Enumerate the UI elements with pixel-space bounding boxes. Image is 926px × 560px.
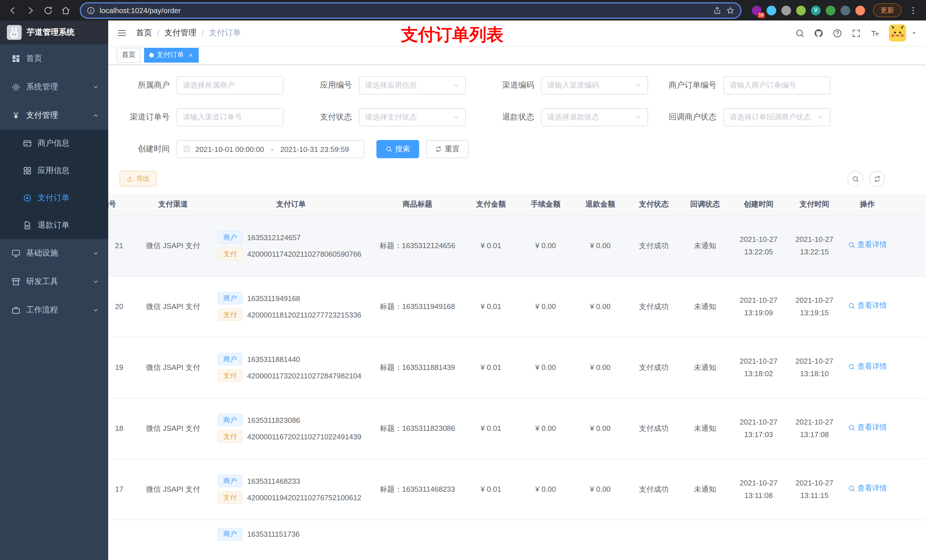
browser-reload-button[interactable] <box>40 2 56 18</box>
sidebar-item-refund-order[interactable]: 退款订单 <box>0 212 108 239</box>
cell-channel: 微信 JSAPI 支付 <box>136 276 211 337</box>
create-time-range-picker[interactable]: 2021-10-01 00:00:00 - 2021-10-31 23:59:5… <box>177 140 365 158</box>
filter-channel-order-no-input[interactable]: 请输入渠道订单号 <box>177 108 284 126</box>
refresh-table-button[interactable] <box>869 171 885 187</box>
merchant-tag: 商户 <box>218 528 243 540</box>
sidebar-item-label: 工作流程 <box>26 305 58 315</box>
user-avatar[interactable] <box>889 24 906 42</box>
github-icon[interactable] <box>814 28 823 38</box>
filter-merchant-order-no-input[interactable]: 请输入商户订单编号 <box>723 76 830 95</box>
chevron-down-icon <box>635 82 642 89</box>
export-button[interactable]: 导出 <box>120 171 157 187</box>
extension-chat-icon[interactable] <box>826 5 835 15</box>
header-search-icon[interactable] <box>795 28 805 38</box>
chevron-up-icon <box>92 112 99 119</box>
sidebar-item-home[interactable]: 首页 <box>0 44 108 73</box>
sidebar-item-merchant-info[interactable]: 商户信息 <box>0 130 108 157</box>
cell-notify-status: 未通知 <box>680 215 730 276</box>
breadcrumb-home[interactable]: 首页 <box>136 28 152 38</box>
breadcrumb-separator: / <box>157 29 159 38</box>
extension-dark-icon[interactable] <box>841 5 850 15</box>
breadcrumb-pay-manage[interactable]: 支付管理 <box>165 28 197 38</box>
sidebar-item-system[interactable]: 系统管理 <box>0 73 108 101</box>
font-size-icon[interactable] <box>870 28 880 38</box>
table-row[interactable]: 21微信 JSAPI 支付商户1635312124657支付4200001174… <box>108 215 926 276</box>
view-detail-link[interactable]: 查看详情 <box>848 421 887 434</box>
browser-menu-button[interactable] <box>905 2 921 18</box>
filter-app-no-select[interactable]: 请选择应用信息 <box>359 76 466 95</box>
share-icon[interactable] <box>713 6 722 15</box>
browser-home-button[interactable] <box>57 2 74 18</box>
help-icon[interactable] <box>832 28 842 38</box>
cell-refund: ¥ 0.00 <box>573 459 628 519</box>
app-logo[interactable]: 芋道管理系统 <box>0 21 108 44</box>
placeholder-text: 请选择支付状态 <box>365 112 451 122</box>
app-shell: 芋道管理系统 首页系统管理支付管理商户信息应用信息支付订单退款订单基础设施研发工… <box>0 21 926 560</box>
orders-table: 编号支付渠道支付订单商品标题支付金额手续金额退款金额支付状态回调状态创建时间支付… <box>108 193 926 560</box>
sidebar-item-app-info[interactable]: 应用信息 <box>0 157 108 184</box>
extension-gray-icon[interactable] <box>781 5 791 15</box>
tab-pay-order[interactable]: 支付订单 <box>144 48 199 62</box>
filter-field-channel-order-no: 渠道订单号请输入渠道订单号 <box>108 108 291 126</box>
table-row[interactable]: 18微信 JSAPI 支付商户1635311823086支付4200001167… <box>108 398 926 459</box>
cell-number: 19 <box>108 337 136 398</box>
view-detail-link[interactable]: 查看详情 <box>848 482 887 495</box>
extension-orange-face-icon[interactable] <box>855 5 865 15</box>
cell-fee: ¥ 0.00 <box>518 398 573 459</box>
table-row[interactable]: 20微信 JSAPI 支付商户1635311949168支付4200001181… <box>108 276 926 337</box>
table-row[interactable]: 19微信 JSAPI 支付商户1635311881440支付4200001173… <box>108 337 926 398</box>
view-detail-link[interactable]: 查看详情 <box>848 300 887 312</box>
hamburger-icon[interactable] <box>117 28 127 38</box>
sidebar-item-label: 支付订单 <box>38 193 70 203</box>
pay-tag: 支付 <box>218 430 243 443</box>
fullscreen-icon[interactable] <box>851 28 861 38</box>
sidebar-item-label: 系统管理 <box>26 82 58 92</box>
filter-refund-status-select[interactable]: 请选择退款状态 <box>541 108 648 126</box>
search-button-label: 搜索 <box>395 144 410 154</box>
extension-green-icon[interactable] <box>796 5 806 15</box>
filter-pay-status-select[interactable]: 请选择支付状态 <box>359 108 466 126</box>
extension-vue-devtools-icon[interactable]: V <box>811 5 821 15</box>
cell-amount: ¥ 0.01 <box>464 276 518 337</box>
site-info-icon[interactable] <box>86 6 95 15</box>
placeholder-text: 请选择应用信息 <box>365 80 451 91</box>
cell-fee: ¥ 0.00 <box>518 276 573 337</box>
caret-down-icon[interactable] <box>911 30 917 36</box>
view-detail-link[interactable]: 查看详情 <box>848 361 887 373</box>
sidebar-item-dev-tools[interactable]: 研发工具 <box>0 267 108 296</box>
column-label: 编号 <box>108 199 116 210</box>
close-tab-icon[interactable] <box>188 52 194 58</box>
tab-label: 支付订单 <box>157 50 184 60</box>
url-bar[interactable]: localhost:1024/pay/order <box>80 2 741 18</box>
filter-label: 商户订单编号 <box>655 80 723 91</box>
filter-merchant-input[interactable]: 请选择所属商户 <box>177 76 284 95</box>
browser-back-button[interactable] <box>5 2 21 18</box>
view-detail-link[interactable]: 查看详情 <box>848 239 887 251</box>
browser-forward-button[interactable] <box>22 2 39 18</box>
sidebar-item-workflow[interactable]: 工作流程 <box>0 296 108 325</box>
browser-update-button[interactable]: 更新 <box>873 3 902 17</box>
tags-view: 首页支付订单 <box>108 45 926 65</box>
filter-callback-status-select[interactable]: 请选择订单回调商户状态 <box>723 108 830 126</box>
order-line: 商户1635311881440 <box>218 353 368 365</box>
cell-order: 商户1635311151736 <box>211 519 371 560</box>
cell-fee: ¥ 0.00 <box>518 215 573 276</box>
search-button[interactable]: 搜索 <box>377 140 419 158</box>
sidebar-item-payment[interactable]: 支付管理 <box>0 101 108 130</box>
table-row-partial[interactable]: 商户1635311151736 <box>108 519 926 560</box>
sidebar-item-infrastructure[interactable]: 基础设施 <box>0 239 108 267</box>
order-line: 支付4200001181202110277723215336 <box>218 308 368 321</box>
tab-home[interactable]: 首页 <box>117 48 141 62</box>
reset-button[interactable]: 重置 <box>426 140 469 158</box>
extension-blue-drop-icon[interactable] <box>767 5 776 15</box>
sidebar-item-pay-order[interactable]: 支付订单 <box>0 184 108 212</box>
filter-channel-code-select[interactable]: 请输入渠道编码 <box>541 76 648 95</box>
column-header-5: 手续金额 <box>518 193 573 215</box>
bookmark-star-icon[interactable] <box>726 6 735 15</box>
toggle-search-button[interactable] <box>847 171 863 187</box>
table-row[interactable]: 17微信 JSAPI 支付商户1635311468233支付4200001194… <box>108 459 926 519</box>
placeholder-text: 请输入渠道订单号 <box>183 112 277 122</box>
extension-colorful-icon[interactable]: 10 <box>752 5 761 15</box>
chevron-down-icon <box>92 84 99 91</box>
order-number: 4200001167202110271022491439 <box>247 432 362 441</box>
